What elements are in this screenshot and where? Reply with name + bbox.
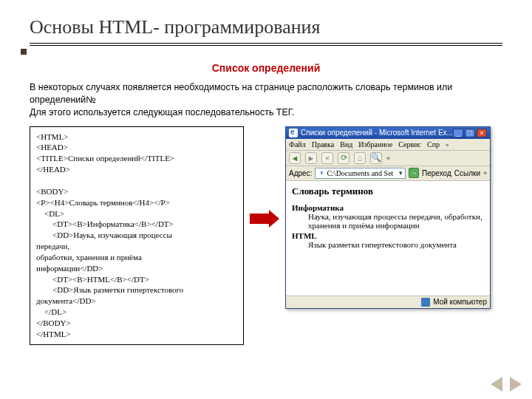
go-button[interactable]: → <box>409 168 419 178</box>
menu-view[interactable]: Вид <box>340 140 352 149</box>
close-button[interactable]: × <box>477 129 487 137</box>
browser-toolbar: ◄ ► × ⟳ ⌂ 🔍 » <box>286 151 490 166</box>
browser-title-text: Списки определений - Microsoft Internet … <box>301 129 453 137</box>
browser-titlebar: Списки определений - Microsoft Internet … <box>286 127 490 139</box>
menu-help[interactable]: Спр <box>427 140 440 149</box>
intro-line-2: Для этого используется следующая последо… <box>30 107 295 117</box>
term-1: Информатика <box>292 203 484 212</box>
arrow-icon <box>250 126 279 311</box>
menu-tools[interactable]: Сервис <box>398 140 421 149</box>
forward-button[interactable]: ► <box>305 152 317 164</box>
code-listing: <HTML> <HEAD> <TITLE>Списки определений<… <box>30 126 244 345</box>
definition-1: Наука, изучающая процессы передачи, обра… <box>308 212 484 230</box>
slide-subtitle: Список определений <box>30 62 502 74</box>
toolbar-overflow-icon[interactable]: » <box>386 154 390 162</box>
menu-overflow-icon[interactable]: » <box>446 140 449 149</box>
stop-button[interactable]: × <box>321 152 333 164</box>
browser-window: Списки определений - Microsoft Internet … <box>285 126 491 309</box>
intro-line-1: В некоторых случаях появляется необходим… <box>30 82 452 105</box>
ie-icon <box>289 129 298 137</box>
divider <box>30 43 502 46</box>
slide-title: Основы HTML- программирования <box>30 16 502 38</box>
zone-icon <box>421 298 430 307</box>
links-label[interactable]: Ссылки <box>454 169 480 177</box>
minimize-button[interactable]: _ <box>453 129 463 137</box>
address-input[interactable]: e C:\Documents and Set ▾ <box>315 168 406 179</box>
prev-slide-button[interactable] <box>491 377 502 392</box>
menu-favorites[interactable]: Избранное <box>358 140 392 149</box>
intro-text: В некоторых случаях появляется необходим… <box>30 81 502 119</box>
menu-edit[interactable]: Правка <box>312 140 335 149</box>
go-label: Переход <box>422 169 451 177</box>
term-2: HTML <box>292 231 484 240</box>
page-icon: e <box>318 169 325 177</box>
search-button[interactable]: 🔍 <box>370 152 382 164</box>
browser-viewport: Словарь терминов Информатика Наука, изуч… <box>286 181 490 296</box>
refresh-button[interactable]: ⟳ <box>338 152 349 164</box>
address-label: Адрес: <box>289 169 312 177</box>
address-dropdown-icon[interactable]: ▾ <box>399 169 403 177</box>
definition-2: Язык разметки гипертекстового документа <box>308 240 484 249</box>
maximize-button[interactable]: □ <box>465 129 475 137</box>
status-text: Мой компьютер <box>433 298 487 306</box>
address-value: C:\Documents and Set <box>327 169 393 177</box>
home-button[interactable]: ⌂ <box>354 152 366 164</box>
browser-menubar: Файл Правка Вид Избранное Сервис Спр » <box>286 139 490 151</box>
content-heading: Словарь терминов <box>292 185 484 197</box>
back-button[interactable]: ◄ <box>289 152 301 164</box>
menu-file[interactable]: Файл <box>289 140 306 149</box>
title-bullet-icon <box>21 49 27 55</box>
links-overflow-icon[interactable]: » <box>483 169 487 177</box>
address-bar: Адрес: e C:\Documents and Set ▾ → Перехо… <box>286 166 490 181</box>
browser-statusbar: Мой компьютер <box>286 296 490 308</box>
next-slide-button[interactable] <box>510 377 522 392</box>
